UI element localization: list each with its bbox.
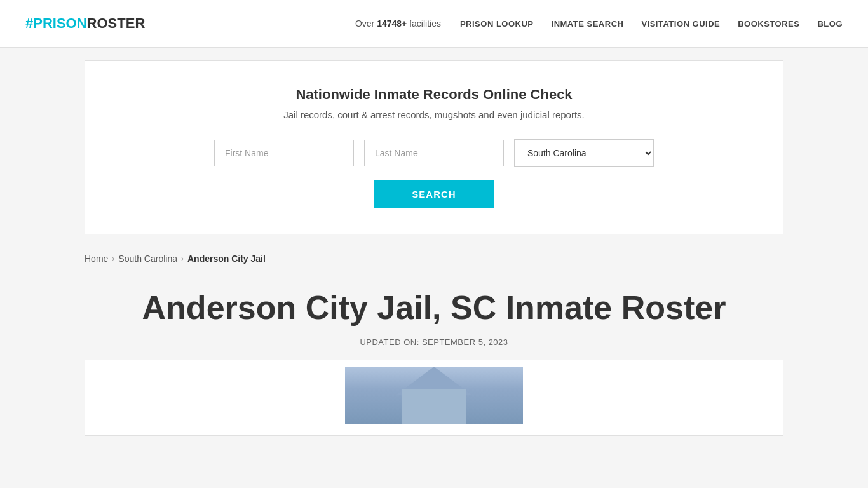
logo-roster: ROSTER	[87, 15, 146, 31]
search-section-subtitle: Jail records, court & arrest records, mu…	[123, 109, 745, 120]
logo-hash: #	[25, 15, 33, 31]
breadcrumb-state[interactable]: South Carolina	[118, 254, 177, 264]
facilities-number: 14748+	[377, 18, 407, 29]
nav-center: Over 14748+ facilities PRISON LOOKUP INM…	[355, 18, 843, 29]
updated-date: UPDATED ON: SEPTEMBER 5, 2023	[85, 337, 783, 347]
nav-bookstores[interactable]: BOOKSTORES	[738, 19, 799, 29]
search-section-title: Nationwide Inmate Records Online Check	[123, 86, 745, 103]
breadcrumb-home[interactable]: Home	[85, 254, 108, 264]
breadcrumb-chevron-2: ›	[181, 254, 184, 263]
breadcrumb-chevron-1: ›	[112, 254, 114, 263]
first-name-input[interactable]	[214, 140, 354, 166]
state-select[interactable]: South Carolina Alabama Alaska Arizona Ar…	[514, 139, 654, 167]
nav-blog[interactable]: BLOG	[817, 19, 843, 29]
nav-inmate-search[interactable]: INMATE SEARCH	[552, 19, 624, 29]
site-header: #PRISONROSTER Over 14748+ facilities PRI…	[0, 0, 868, 48]
breadcrumb: Home › South Carolina › Anderson City Ja…	[85, 247, 783, 270]
content-card	[85, 360, 783, 436]
search-button[interactable]: SEARCH	[374, 180, 494, 208]
facilities-prefix: Over	[355, 18, 377, 29]
facilities-suffix: facilities	[407, 18, 441, 29]
building-body	[402, 389, 466, 424]
page-title: Anderson City Jail, SC Inmate Roster	[85, 289, 783, 327]
nav-prison-lookup[interactable]: PRISON LOOKUP	[460, 19, 534, 29]
logo-prison: PRISON	[33, 15, 86, 31]
search-section: Nationwide Inmate Records Online Check J…	[85, 60, 783, 234]
site-logo[interactable]: #PRISONROSTER	[25, 15, 145, 32]
content-card-inner	[85, 360, 783, 424]
nav-visitation-guide[interactable]: VISITATION GUIDE	[641, 19, 720, 29]
page-title-section: Anderson City Jail, SC Inmate Roster UPD…	[85, 289, 783, 347]
breadcrumb-current: Anderson City Jail	[187, 254, 266, 264]
main-nav: PRISON LOOKUP INMATE SEARCH VISITATION G…	[460, 19, 843, 29]
building-image	[345, 367, 523, 424]
last-name-input[interactable]	[364, 140, 504, 166]
search-form: South Carolina Alabama Alaska Arizona Ar…	[123, 139, 745, 167]
search-button-row: SEARCH	[123, 180, 745, 208]
facilities-count-label: Over 14748+ facilities	[355, 18, 441, 29]
